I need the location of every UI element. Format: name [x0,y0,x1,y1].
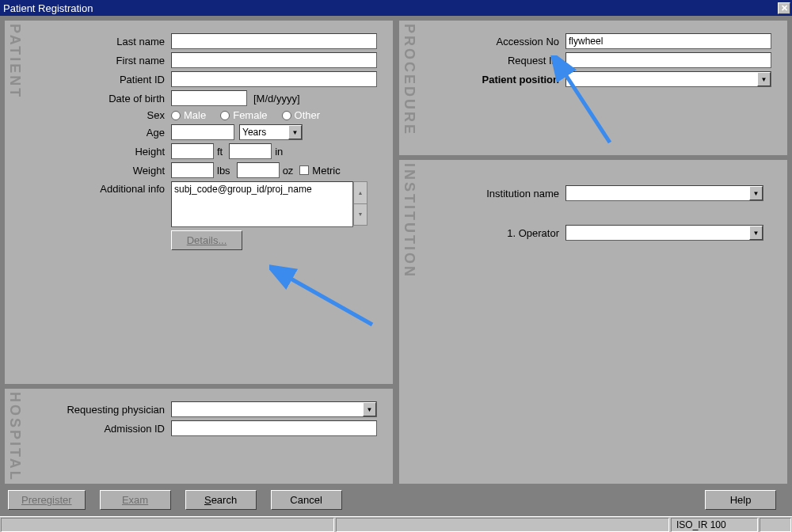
sex-other-radio[interactable]: Other [282,109,321,121]
req-physician-select[interactable]: ▼ [171,401,377,417]
help-button[interactable]: Help [705,490,776,510]
lbs-unit: lbs [217,165,230,177]
oz-unit: oz [283,165,294,177]
exam-button[interactable]: Exam [100,490,171,510]
ft-unit: ft [217,146,223,158]
age-input[interactable] [171,124,234,140]
status-encoding: ISO_IR 100 [671,518,758,532]
additional-info-spinner[interactable]: ▲▼ [353,181,367,226]
accession-label: Accession No [431,36,565,48]
hospital-section-label: HOSPITAL [6,392,23,482]
in-unit: in [275,146,283,158]
additional-info-textarea[interactable] [171,181,353,227]
checkbox-icon [299,165,309,175]
additional-info-label: Additional info [36,181,171,195]
height-label: Height [36,146,171,158]
chevron-down-icon: ▼ [288,125,302,139]
operator-label: 1. Operator [431,227,565,239]
metric-checkbox[interactable]: Metric [299,165,340,177]
age-unit-select[interactable]: Years ▼ [239,124,303,140]
institution-name-select[interactable]: ▼ [565,185,763,201]
dob-label: Date of birth [36,93,171,104]
hospital-panel: HOSPITAL Requesting physician ▼ Admissio… [5,389,393,484]
cancel-button[interactable]: Cancel [271,490,342,510]
chevron-down-icon: ▼ [757,72,771,86]
height-ft-input[interactable] [171,143,214,159]
details-button[interactable]: Details... [171,230,242,250]
status-cell-1 [1,518,334,532]
title-bar: Patient Registration ✕ [0,0,792,16]
chevron-down-icon: ▼ [749,226,763,240]
radio-icon [171,111,181,120]
height-in-input[interactable] [229,143,272,159]
institution-panel: INSTITUTION Institution name ▼ 1. Operat… [399,160,787,484]
accession-input[interactable] [565,33,771,49]
first-name-label: First name [36,55,171,66]
window-title: Patient Registration [3,2,93,14]
admission-id-label: Admission ID [36,423,171,435]
patient-position-label: Patient position [431,74,565,86]
patient-id-label: Patient ID [36,74,171,86]
institution-section-label: INSTITUTION [401,163,417,279]
weight-oz-input[interactable] [237,162,280,178]
dob-hint: [M/d/yyyy] [253,93,300,104]
chevron-down-icon: ▼ [363,402,376,416]
request-id-input[interactable] [565,52,771,68]
age-label: Age [36,127,171,139]
patient-id-input[interactable] [171,71,377,87]
workspace: PATIENT Last name First name Patient ID … [0,16,792,516]
last-name-label: Last name [36,36,171,48]
preregister-button[interactable]: Preregister [8,490,86,510]
sex-label: Sex [36,109,171,121]
weight-label: Weight [36,165,171,177]
sex-female-radio[interactable]: Female [220,109,267,121]
weight-lbs-input[interactable] [171,162,214,178]
status-cell-2 [336,518,669,532]
status-cell-4 [760,518,791,532]
close-button[interactable]: ✕ [778,2,790,14]
operator-select[interactable]: ▼ [565,225,763,241]
patient-panel: PATIENT Last name First name Patient ID … [5,21,393,384]
last-name-input[interactable] [171,33,377,49]
procedure-section-label: PROCEDURE [401,24,417,136]
admission-id-input[interactable] [171,420,377,436]
chevron-down-icon: ▼ [749,186,763,200]
sex-male-radio[interactable]: Male [171,109,206,121]
dob-input[interactable] [171,90,247,106]
request-id-label: Request ID [431,55,565,66]
institution-name-label: Institution name [431,188,565,200]
first-name-input[interactable] [171,52,377,68]
patient-position-select[interactable]: ▼ [565,71,771,87]
patient-section-label: PATIENT [6,24,23,99]
radio-icon [282,111,291,120]
req-physician-label: Requesting physician [36,404,171,416]
search-button[interactable]: Search [185,490,257,510]
status-bar: ISO_IR 100 [0,516,792,532]
radio-icon [220,111,230,120]
procedure-panel: PROCEDURE Accession No Request ID Patien… [399,21,787,155]
bottom-button-bar: Preregister Exam Search Cancel Help [5,487,787,511]
